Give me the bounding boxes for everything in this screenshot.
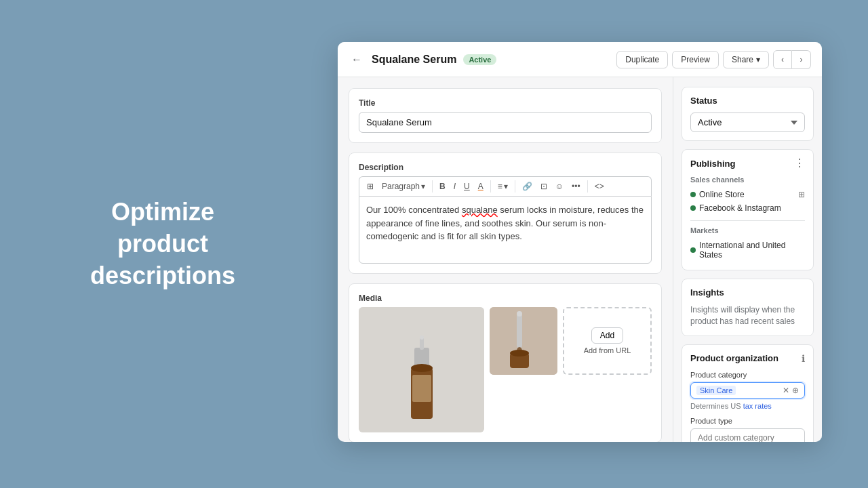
nav-prev-button[interactable]: ‹: [773, 50, 792, 69]
active-badge: Active: [463, 54, 496, 65]
status-card: Status Active Draft Archived: [682, 87, 814, 141]
title-card: Title: [349, 88, 662, 143]
svg-point-9: [517, 311, 522, 317]
category-label: Product category: [690, 371, 805, 379]
paragraph-picker[interactable]: Paragraph ▾: [378, 180, 429, 193]
product-type-label: Product type: [690, 417, 805, 425]
markets-label-text: International and United States: [699, 241, 805, 260]
spell-check-word: squalane: [462, 205, 498, 215]
description-card: Description ⊞ Paragraph ▾ B I U A: [349, 152, 662, 274]
title-input[interactable]: [359, 112, 652, 133]
insights-title: Insights: [690, 287, 805, 298]
description-label: Description: [359, 163, 652, 172]
sales-channels-label: Sales channels: [690, 176, 805, 184]
insights-message: Insights will display when the product h…: [690, 304, 805, 327]
facebook-instagram-item: Facebook & Instagram: [690, 201, 805, 215]
toolbar-separator-1: [432, 180, 433, 192]
category-search-icon[interactable]: ⊕: [792, 386, 799, 395]
media-grid: Add Add from URL: [359, 307, 652, 432]
nav-next-button[interactable]: ›: [792, 50, 811, 69]
code-view-button[interactable]: <>: [591, 180, 608, 193]
italic-button[interactable]: I: [450, 180, 459, 193]
description-toolbar: ⊞ Paragraph ▾ B I U A ≡: [359, 176, 652, 196]
main-panel: Title Description ⊞ Paragraph ▾ B: [338, 77, 673, 442]
org-title: Product organization: [690, 353, 778, 363]
align-button[interactable]: ≡ ▾: [494, 180, 511, 193]
bg-text: Optimize product descriptions: [68, 197, 258, 291]
product-title: Squalane Serum: [372, 54, 456, 66]
svg-rect-5: [412, 375, 431, 402]
toolbar-separator-3: [515, 180, 515, 192]
media-main-image[interactable]: [359, 307, 484, 432]
markets-dot: [690, 247, 696, 253]
back-button[interactable]: ←: [349, 51, 365, 68]
online-store-settings-icon[interactable]: ⊞: [798, 190, 805, 199]
insights-card: Insights Insights will display when the …: [682, 279, 814, 336]
category-clear-icon[interactable]: ✕: [783, 386, 789, 395]
publishing-menu-button[interactable]: ⋮: [794, 158, 805, 169]
content-area: Title Description ⊞ Paragraph ▾ B: [338, 77, 822, 442]
toolbar-separator-4: [587, 180, 588, 192]
image-insert-button[interactable]: ⊡: [537, 180, 551, 193]
category-tag: Skin Care: [696, 386, 736, 395]
category-input[interactable]: Skin Care ✕ ⊕: [690, 382, 805, 399]
bold-button[interactable]: B: [436, 180, 449, 193]
status-select[interactable]: Active Draft Archived: [690, 113, 805, 132]
product-org-card: Product organization ℹ Product category …: [682, 344, 814, 442]
media-card: Media: [349, 283, 662, 442]
link-button[interactable]: 🔗: [519, 180, 536, 193]
org-info-icon[interactable]: ℹ: [802, 353, 805, 364]
svg-point-6: [411, 364, 433, 372]
topbar-right: Duplicate Preview Share ▾ ‹ ›: [616, 50, 811, 69]
product-editor-window: ← Squalane Serum Active Duplicate Previe…: [338, 42, 822, 442]
share-button[interactable]: Share ▾: [723, 51, 769, 68]
duplicate-button[interactable]: Duplicate: [616, 51, 668, 68]
svg-point-4: [420, 336, 424, 340]
markets-item: International and United States: [690, 239, 805, 262]
publishing-card: Publishing ⋮ Sales channels Online Store…: [682, 149, 814, 270]
org-header: Product organization ℹ: [690, 353, 805, 364]
toolbar-separator-2: [490, 180, 491, 192]
more-options-button[interactable]: •••: [568, 180, 584, 193]
publishing-header: Publishing ⋮: [690, 158, 805, 169]
nav-arrows: ‹ ›: [773, 50, 811, 69]
underline-button[interactable]: U: [460, 180, 473, 193]
svg-rect-8: [517, 314, 522, 348]
divider-1: [690, 220, 805, 221]
add-media-button[interactable]: Add: [591, 327, 623, 344]
media-label: Media: [359, 293, 652, 303]
emoji-button[interactable]: ☺: [552, 180, 567, 193]
add-from-url-link[interactable]: Add from URL: [584, 346, 631, 354]
status-title: Status: [690, 96, 805, 106]
media-second-image[interactable]: [490, 307, 557, 375]
product-type-input[interactable]: [690, 428, 805, 442]
title-label: Title: [359, 98, 652, 108]
publishing-title: Publishing: [690, 159, 735, 169]
media-upload-area[interactable]: Add Add from URL: [563, 307, 652, 375]
topbar: ← Squalane Serum Active Duplicate Previe…: [338, 42, 822, 77]
online-store-dot: [690, 192, 696, 197]
facebook-instagram-label: Facebook & Instagram: [699, 203, 781, 213]
online-store-label: Online Store: [699, 190, 745, 199]
markets-label: Markets: [690, 226, 805, 235]
text-color-button[interactable]: A: [475, 180, 487, 193]
facebook-instagram-dot: [690, 205, 696, 211]
description-editor[interactable]: Our 100% concentrated squalane serum loc…: [359, 196, 652, 264]
preview-button[interactable]: Preview: [672, 51, 719, 68]
online-store-item: Online Store ⊞: [690, 188, 805, 201]
tax-text: Determines US tax rates: [690, 402, 805, 410]
format-icon[interactable]: ⊞: [363, 180, 377, 193]
right-sidebar: Status Active Draft Archived Publishing …: [673, 77, 822, 442]
tax-rates-link[interactable]: tax rates: [743, 402, 772, 410]
topbar-left: ← Squalane Serum Active: [349, 51, 496, 68]
svg-point-12: [510, 350, 529, 357]
